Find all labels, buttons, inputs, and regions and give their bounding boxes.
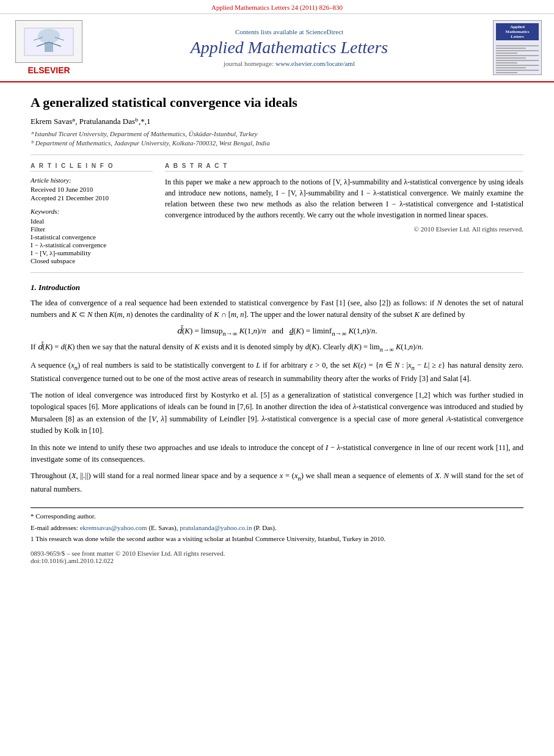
- intro-para-1: The idea of convergence of a real sequen…: [31, 297, 523, 321]
- thumb-content: [496, 44, 539, 75]
- svg-point-1: [38, 29, 60, 43]
- affiliation-b: ᵇ Department of Mathematics, Jadavpur Un…: [31, 139, 523, 147]
- journal-reference: Applied Mathematics Letters 24 (2011) 82…: [0, 0, 554, 14]
- density-formula: d̄(K) = limsupn→∞ K(1,n)/n and d(K) = li…: [31, 326, 523, 337]
- keyword-2: Filter: [31, 225, 153, 233]
- abstract-text: In this paper we make a new approach to …: [165, 176, 523, 220]
- keyword-6: Closed subspace: [31, 257, 153, 264]
- sciencedirect-anchor[interactable]: ScienceDirect: [305, 28, 343, 35]
- intro-heading: 1. Introduction: [31, 283, 523, 293]
- sciencedirect-link: Contents lists available at ScienceDirec…: [92, 28, 487, 35]
- doi-text: doi:10.1016/j.aml.2010.12.022: [31, 557, 523, 564]
- journal-homepage: journal homepage: www.elsevier.com/locat…: [92, 60, 487, 67]
- keyword-1: Ideal: [31, 217, 153, 225]
- doi-section: 0893-9659/$ – see front matter © 2010 El…: [31, 550, 523, 564]
- elsevier-brand: ELSEVIER: [27, 65, 70, 75]
- email-das[interactable]: pratulananda@yahoo.co.in: [180, 524, 252, 531]
- elsevier-logo: ELSEVIER: [12, 20, 86, 75]
- accepted-date: Accepted 21 December 2010: [31, 194, 153, 202]
- intro-para-5: In this note we intend to unify these tw…: [31, 442, 523, 466]
- journal-title: Applied Mathematics Letters: [92, 38, 487, 57]
- abstract-panel: A B S T R A C T In this paper we make a …: [165, 162, 523, 265]
- received-date: Received 10 June 2010: [31, 186, 153, 193]
- intro-para-3: A sequence (xn) of real numbers is said …: [31, 360, 523, 385]
- affiliation-a: ᵃ Istanbul Ticaret University, Departmen…: [31, 130, 523, 138]
- logo-image: [15, 20, 82, 63]
- paper-title: A generalized statistical convergence vi…: [31, 95, 523, 111]
- homepage-link[interactable]: www.elsevier.com/locate/aml: [275, 60, 355, 67]
- email-savas[interactable]: ekremsavas@yahoo.com: [80, 524, 147, 531]
- history-label: Article history:: [31, 176, 153, 184]
- divider-1: [31, 154, 523, 155]
- intro-para-6: Throughout (X, ||.||) will stand for a r…: [31, 470, 523, 495]
- article-meta-section: A R T I C L E I N F O Article history: R…: [31, 162, 523, 265]
- thumb-header: Applied Mathematics Letters: [496, 23, 539, 40]
- footnote-1: 1 This research was done while the secon…: [31, 534, 523, 543]
- abstract-heading: A B S T R A C T: [165, 162, 523, 172]
- footnote-section: * Corresponding author. E-mail addresses…: [31, 507, 523, 543]
- main-content: A generalized statistical convergence vi…: [0, 82, 554, 576]
- journal-name-section: Contents lists available at ScienceDirec…: [92, 28, 487, 67]
- keyword-5: I − [V, λ]-summability: [31, 249, 153, 256]
- journal-ref-text: Applied Mathematics Letters 24 (2011) 82…: [211, 4, 343, 11]
- divider-2: [31, 272, 523, 273]
- article-info-panel: A R T I C L E I N F O Article history: R…: [31, 162, 153, 265]
- keyword-4: I − λ-statistical convergence: [31, 241, 153, 249]
- intro-para-2: If d̄(K) = d(K) then we say that the nat…: [31, 341, 523, 355]
- keyword-3: I-statistical convergence: [31, 233, 153, 241]
- intro-para-4: The notion of ideal convergence was intr…: [31, 390, 523, 437]
- keywords-label: Keywords:: [31, 208, 153, 215]
- footnote-star: * Corresponding author.: [31, 512, 523, 521]
- journal-header: ELSEVIER Contents lists available at Sci…: [0, 14, 554, 82]
- journal-thumbnail: Applied Mathematics Letters: [493, 20, 542, 75]
- copyright-notice: © 2010 Elsevier Ltd. All rights reserved…: [165, 225, 523, 233]
- article-info-heading: A R T I C L E I N F O: [31, 162, 153, 172]
- issn-text: 0893-9659/$ – see front matter © 2010 El…: [31, 550, 523, 557]
- authors-line: Ekrem Savasᵃ, Pratulananda Dasᵇ,*,1: [31, 117, 523, 126]
- footnote-email: E-mail addresses: ekremsavas@yahoo.com (…: [31, 523, 523, 532]
